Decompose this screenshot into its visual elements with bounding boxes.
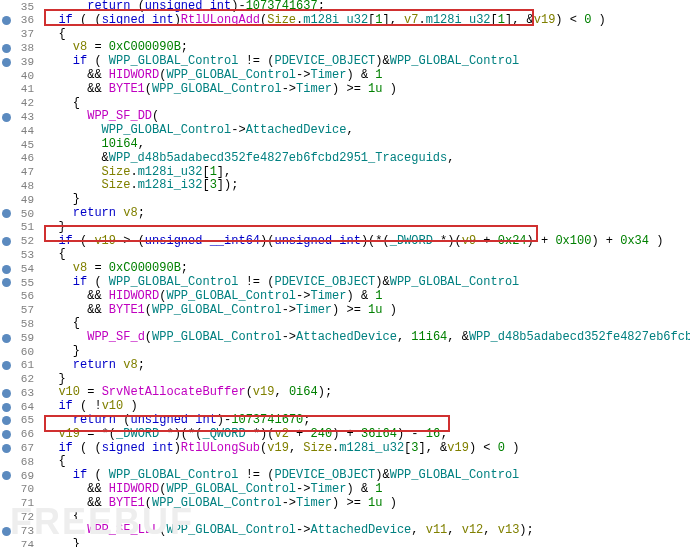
- code-content[interactable]: return (unsigned int)-1073741637;: [36, 0, 690, 14]
- breakpoint-marker[interactable]: [2, 140, 11, 149]
- code-content[interactable]: && HIDWORD(WPP_GLOBAL_Control->Timer) & …: [36, 483, 690, 497]
- gutter[interactable]: 35: [0, 1, 36, 14]
- code-content[interactable]: }: [36, 373, 690, 387]
- gutter[interactable]: 48: [0, 180, 36, 193]
- code-line[interactable]: 65 return (unsigned int)-1073741670;: [0, 414, 690, 428]
- gutter[interactable]: 61: [0, 359, 36, 372]
- breakpoint-marker[interactable]: [2, 485, 11, 494]
- breakpoint-marker[interactable]: [2, 444, 11, 453]
- breakpoint-marker[interactable]: [2, 471, 11, 480]
- code-line[interactable]: 64 if ( !v10 ): [0, 400, 690, 414]
- code-content[interactable]: }: [36, 193, 690, 207]
- breakpoint-marker[interactable]: [2, 513, 11, 522]
- code-line[interactable]: 49 }: [0, 193, 690, 207]
- code-line[interactable]: 57 && BYTE1(WPP_GLOBAL_Control->Timer) >…: [0, 304, 690, 318]
- gutter[interactable]: 63: [0, 387, 36, 400]
- gutter[interactable]: 73: [0, 525, 36, 538]
- code-content[interactable]: v10 = SrvNetAllocateBuffer(v19, 0i64);: [36, 386, 690, 400]
- code-content[interactable]: {: [36, 97, 690, 111]
- code-content[interactable]: {: [36, 248, 690, 262]
- breakpoint-marker[interactable]: [2, 540, 11, 547]
- gutter[interactable]: 74: [0, 539, 36, 547]
- code-content[interactable]: {: [36, 317, 690, 331]
- gutter[interactable]: 44: [0, 125, 36, 138]
- code-line[interactable]: 45 10i64,: [0, 138, 690, 152]
- breakpoint-marker[interactable]: [2, 292, 11, 301]
- gutter[interactable]: 39: [0, 56, 36, 69]
- breakpoint-marker[interactable]: [2, 58, 11, 67]
- code-line[interactable]: 73 WPP_SF_LLL(WPP_GLOBAL_Control->Attach…: [0, 524, 690, 538]
- breakpoint-marker[interactable]: [2, 265, 11, 274]
- code-line[interactable]: 47 Size.m128i_u32[1],: [0, 166, 690, 180]
- gutter[interactable]: 58: [0, 318, 36, 331]
- breakpoint-marker[interactable]: [2, 347, 11, 356]
- code-line[interactable]: 38 v8 = 0xC000090B;: [0, 41, 690, 55]
- gutter[interactable]: 41: [0, 83, 36, 96]
- gutter[interactable]: 43: [0, 111, 36, 124]
- breakpoint-marker[interactable]: [2, 209, 11, 218]
- code-line[interactable]: 39 if ( WPP_GLOBAL_Control != (PDEVICE_O…: [0, 55, 690, 69]
- code-line[interactable]: 66 v19 = *(_DWORD *)(*(_QWORD *)(v2 + 24…: [0, 428, 690, 442]
- gutter[interactable]: 46: [0, 152, 36, 165]
- code-content[interactable]: WPP_SF_LLL(WPP_GLOBAL_Control->AttachedD…: [36, 524, 690, 538]
- code-content[interactable]: WPP_SF_DD(: [36, 110, 690, 124]
- code-content[interactable]: WPP_SF_d(WPP_GLOBAL_Control->AttachedDev…: [36, 331, 690, 345]
- gutter[interactable]: 66: [0, 428, 36, 441]
- code-line[interactable]: 55 if ( WPP_GLOBAL_Control != (PDEVICE_O…: [0, 276, 690, 290]
- code-line[interactable]: 54 v8 = 0xC000090B;: [0, 262, 690, 276]
- code-content[interactable]: if ( (signed int)RtlULongSub(v19, Size.m…: [36, 442, 690, 456]
- breakpoint-marker[interactable]: [2, 458, 11, 467]
- gutter[interactable]: 57: [0, 304, 36, 317]
- code-content[interactable]: if ( WPP_GLOBAL_Control != (PDEVICE_OBJE…: [36, 55, 690, 69]
- breakpoint-marker[interactable]: [2, 527, 11, 536]
- breakpoint-marker[interactable]: [2, 85, 11, 94]
- gutter[interactable]: 37: [0, 28, 36, 41]
- breakpoint-marker[interactable]: [2, 389, 11, 398]
- code-content[interactable]: v19 = *(_DWORD *)(*(_QWORD *)(v2 + 240) …: [36, 428, 690, 442]
- gutter[interactable]: 54: [0, 263, 36, 276]
- gutter[interactable]: 55: [0, 277, 36, 290]
- gutter[interactable]: 51: [0, 221, 36, 234]
- breakpoint-marker[interactable]: [2, 334, 11, 343]
- breakpoint-marker[interactable]: [2, 237, 11, 246]
- code-line[interactable]: 74 }: [0, 538, 690, 547]
- code-line[interactable]: 68 {: [0, 455, 690, 469]
- code-content[interactable]: && HIDWORD(WPP_GLOBAL_Control->Timer) & …: [36, 69, 690, 83]
- code-line[interactable]: 46 &WPP_d48b5adabecd352fe4827eb6fcbd2951…: [0, 152, 690, 166]
- gutter[interactable]: 53: [0, 249, 36, 262]
- code-line[interactable]: 70 && HIDWORD(WPP_GLOBAL_Control->Timer)…: [0, 483, 690, 497]
- code-line[interactable]: 63 v10 = SrvNetAllocateBuffer(v19, 0i64)…: [0, 386, 690, 400]
- code-line[interactable]: 51 }: [0, 221, 690, 235]
- breakpoint-marker[interactable]: [2, 499, 11, 508]
- code-content[interactable]: if ( WPP_GLOBAL_Control != (PDEVICE_OBJE…: [36, 469, 690, 483]
- breakpoint-marker[interactable]: [2, 30, 11, 39]
- code-content[interactable]: if ( WPP_GLOBAL_Control != (PDEVICE_OBJE…: [36, 276, 690, 290]
- gutter[interactable]: 72: [0, 511, 36, 524]
- code-content[interactable]: if ( v19 > (unsigned __int64)(unsigned i…: [36, 235, 690, 249]
- code-line[interactable]: 35 return (unsigned int)-1073741637;: [0, 0, 690, 14]
- breakpoint-marker[interactable]: [2, 306, 11, 315]
- gutter[interactable]: 52: [0, 235, 36, 248]
- code-content[interactable]: v8 = 0xC000090B;: [36, 262, 690, 276]
- breakpoint-marker[interactable]: [2, 182, 11, 191]
- gutter[interactable]: 40: [0, 70, 36, 83]
- breakpoint-marker[interactable]: [2, 154, 11, 163]
- gutter[interactable]: 49: [0, 194, 36, 207]
- code-content[interactable]: Size.m128i_u32[1],: [36, 166, 690, 180]
- gutter[interactable]: 70: [0, 483, 36, 496]
- gutter[interactable]: 47: [0, 166, 36, 179]
- code-content[interactable]: && BYTE1(WPP_GLOBAL_Control->Timer) >= 1…: [36, 304, 690, 318]
- code-content[interactable]: && BYTE1(WPP_GLOBAL_Control->Timer) >= 1…: [36, 83, 690, 97]
- gutter[interactable]: 50: [0, 208, 36, 221]
- breakpoint-marker[interactable]: [2, 361, 11, 370]
- breakpoint-marker[interactable]: [2, 168, 11, 177]
- code-line[interactable]: 42 {: [0, 97, 690, 111]
- code-content[interactable]: v8 = 0xC000090B;: [36, 41, 690, 55]
- gutter[interactable]: 59: [0, 332, 36, 345]
- code-content[interactable]: {: [36, 510, 690, 524]
- code-content[interactable]: return (unsigned int)-1073741670;: [36, 414, 690, 428]
- breakpoint-marker[interactable]: [2, 278, 11, 287]
- code-content[interactable]: }: [36, 538, 690, 547]
- code-line[interactable]: 56 && HIDWORD(WPP_GLOBAL_Control->Timer)…: [0, 290, 690, 304]
- gutter[interactable]: 65: [0, 414, 36, 427]
